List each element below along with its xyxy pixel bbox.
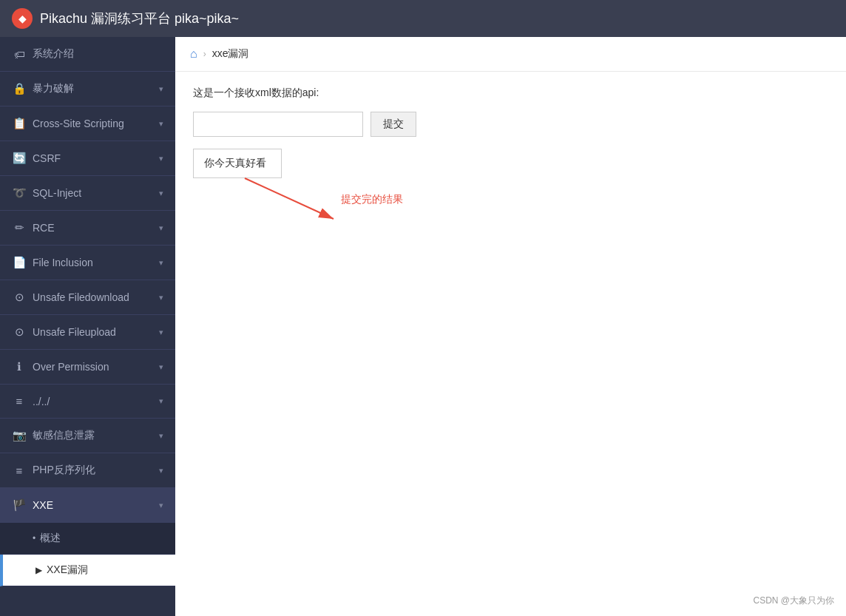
php-icon: ≡ (12, 464, 27, 477)
main-content: ⌂ › xxe漏洞 这是一个接收xml数据的api: 提交 你今天真好看 (175, 37, 846, 616)
sidebar-item-fileupload[interactable]: ⊙ Unsafe Fileupload ▾ (0, 315, 175, 350)
content-area: 这是一个接收xml数据的api: 提交 你今天真好看 (175, 72, 846, 274)
submenu-item-xxe-intro[interactable]: • 概述 (0, 523, 175, 555)
bullet-icon: ▶ (35, 565, 42, 575)
overperm-icon: ℹ (12, 360, 27, 373)
submenu-item-xxe-vuln[interactable]: ▶ XXE漏洞 (0, 555, 175, 586)
sidebar-item-xss[interactable]: 📋 Cross-Site Scripting ▾ (0, 106, 175, 141)
sidebar-item-php[interactable]: ≡ PHP反序列化 ▾ (0, 453, 175, 488)
result-text: 你今天真好看 (204, 157, 266, 169)
input-row: 提交 (193, 112, 828, 137)
chevron-down-icon: ▾ (159, 258, 163, 268)
xml-input[interactable] (193, 112, 363, 137)
api-description: 这是一个接收xml数据的api: (193, 87, 828, 100)
sidebar-item-label: File Inclusion (33, 257, 93, 268)
bullet-icon: • (33, 533, 35, 544)
sidebar-item-sqli[interactable]: ➰ SQL-Inject ▾ (0, 176, 175, 211)
chevron-down-icon: ▾ (159, 119, 163, 129)
xxe-icon: 🏴 (12, 498, 27, 512)
chevron-down-icon: ▾ (159, 223, 163, 233)
chevron-down-icon: ▾ (159, 362, 163, 372)
sidebar-item-bruteforce[interactable]: 🔒 暴力破解 ▾ (0, 72, 175, 106)
sidebar-item-label: PHP反序列化 (33, 464, 95, 477)
sidebar-item-label: RCE (33, 222, 55, 234)
sidebar-item-overperm[interactable]: ℹ Over Permission ▾ (0, 350, 175, 385)
arrow-annotation (237, 171, 356, 230)
sidebar-item-label: Cross-Site Scripting (33, 118, 124, 129)
sidebar-item-label: Unsafe Filedownload (33, 291, 129, 303)
app-title: Pikachu 漏洞练习平台 pika~pika~ (40, 10, 239, 27)
sidebar-item-label: SQL-Inject (33, 187, 81, 199)
xss-icon: 📋 (12, 117, 27, 130)
dotdot-icon: ≡ (12, 395, 27, 407)
chevron-down-icon: ▾ (159, 328, 163, 337)
chevron-down-icon: ▾ (159, 293, 163, 302)
fileupload-icon: ⊙ (12, 325, 27, 339)
fileinclusion-icon: 📄 (12, 256, 27, 269)
app-header: ◆ Pikachu 漏洞练习平台 pika~pika~ (0, 0, 846, 37)
sidebar-item-label: CSRF (33, 152, 61, 164)
sidebar-item-sensitive[interactable]: 📷 敏感信息泄露 ▾ (0, 419, 175, 453)
sidebar-item-rce[interactable]: ✏ RCE ▾ (0, 211, 175, 246)
svg-line-1 (245, 178, 334, 219)
sidebar-item-xxe[interactable]: 🏴 XXE ▾ (0, 488, 175, 523)
xxe-submenu: • 概述 ▶ XXE漏洞 (0, 523, 175, 586)
sidebar-item-label: 系统介绍 (33, 47, 74, 61)
sidebar-item-label: 敏感信息泄露 (33, 429, 95, 442)
result-annotation-label: 提交完的结果 (341, 193, 403, 206)
rce-icon: ✏ (12, 221, 27, 234)
home-icon[interactable]: ⌂ (190, 47, 197, 61)
csrf-icon: 🔄 (12, 152, 27, 165)
bruteforce-icon: 🔒 (12, 82, 27, 95)
sensitive-icon: 📷 (12, 429, 27, 442)
chevron-down-icon: ▾ (159, 466, 163, 475)
sqli-icon: ➰ (12, 186, 27, 200)
intro-icon: 🏷 (12, 48, 27, 61)
app-icon: ◆ (12, 8, 33, 29)
sidebar-item-intro[interactable]: 🏷 系统介绍 (0, 37, 175, 72)
chevron-down-icon: ▾ (159, 189, 163, 198)
chevron-down-icon: ▾ (159, 431, 163, 441)
breadcrumb-current: xxe漏洞 (212, 47, 249, 61)
sidebar-item-label: ../../ (33, 396, 50, 407)
sidebar-item-filedownload[interactable]: ⊙ Unsafe Filedownload ▾ (0, 280, 175, 315)
chevron-down-icon: ▾ (159, 396, 163, 406)
main-layout: 🏷 系统介绍 🔒 暴力破解 ▾ 📋 Cross-Site Scripting ▾… (0, 37, 846, 616)
filedownload-icon: ⊙ (12, 291, 27, 304)
breadcrumb-separator: › (203, 49, 206, 59)
sidebar-item-fileinclusion[interactable]: 📄 File Inclusion ▾ (0, 246, 175, 280)
chevron-down-icon: ▾ (159, 154, 163, 163)
sidebar-item-label: Unsafe Fileupload (33, 326, 116, 338)
annotation-area: 提交完的结果 (193, 186, 828, 260)
sidebar-item-label: XXE (33, 499, 53, 511)
footer-watermark: CSDN @大象只为你 (753, 595, 834, 607)
submit-button[interactable]: 提交 (370, 112, 416, 137)
sidebar-item-label: Over Permission (33, 361, 109, 373)
sidebar-item-label: 暴力破解 (33, 82, 74, 95)
sidebar-item-dotdot[interactable]: ≡ ../../ ▾ (0, 385, 175, 419)
sidebar-item-csrf[interactable]: 🔄 CSRF ▾ (0, 141, 175, 176)
sidebar: 🏷 系统介绍 🔒 暴力破解 ▾ 📋 Cross-Site Scripting ▾… (0, 37, 175, 616)
submenu-item-label: XXE漏洞 (47, 563, 88, 577)
chevron-down-icon: ▾ (159, 84, 163, 94)
submenu-item-label: 概述 (40, 532, 61, 545)
chevron-down-icon: ▾ (159, 501, 163, 510)
breadcrumb: ⌂ › xxe漏洞 (175, 37, 846, 72)
